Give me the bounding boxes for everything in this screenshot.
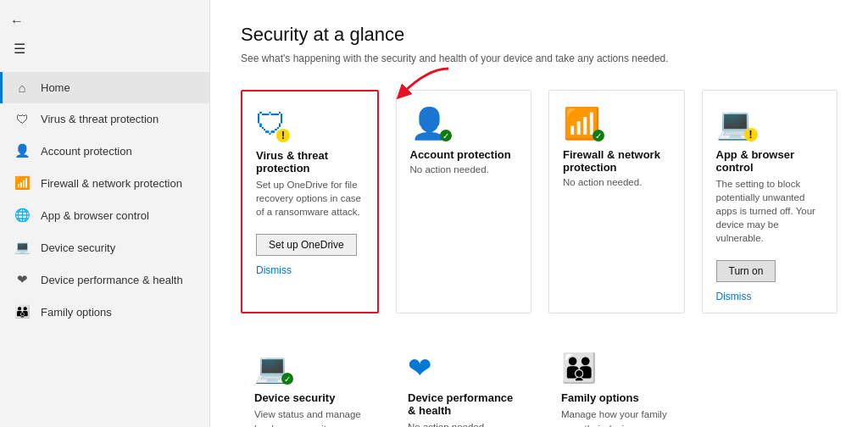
warning-badge-ab: ! (744, 128, 758, 141)
card-app-browser-desc: The setting to block potentially unwante… (716, 177, 824, 245)
family-options-icon: 👪 (561, 351, 597, 385)
monitor-warning-icon: 💻 ! (716, 106, 754, 141)
card-account-title: Account protection (410, 148, 518, 161)
app-browser-dismiss-link[interactable]: Dismiss (716, 291, 824, 302)
empty-spacer (701, 337, 837, 427)
check-badge-fw: ✓ (593, 130, 604, 141)
card-device-security-desc: View status and manage hardware security… (254, 408, 364, 427)
card-virus-title: Virus & threat protection (256, 149, 364, 175)
card-device-perf[interactable]: ❤ Device performance & health No action … (394, 337, 531, 427)
main-content: Security at a glance See what's happenin… (210, 0, 868, 427)
card-virus-threat[interactable]: 🛡 ! Virus & threat protection Set up One… (241, 90, 379, 313)
home-icon: ⌂ (14, 80, 31, 95)
sidebar-item-device-perf[interactable]: ❤ Device performance & health (0, 263, 209, 296)
page-subtitle: See what's happening with the security a… (241, 51, 837, 66)
laptop-icon: 💻 (14, 240, 31, 255)
app-browser-icon: 💻 ! (716, 106, 824, 141)
person-icon: 👤 (14, 143, 31, 158)
sidebar-item-family-label: Family options (41, 306, 112, 319)
device-security-icon: 💻 ✓ (254, 351, 290, 385)
cards-top-row: 🛡 ! Virus & threat protection Set up One… (241, 90, 837, 313)
check-badge-ds: ✓ (281, 373, 293, 385)
card-device-perf-desc: No action needed. (408, 420, 517, 427)
card-app-browser-title: App & browser control (716, 148, 824, 174)
person-check-icon: 👤 ✓ (410, 106, 448, 141)
sidebar-item-device-security-label: Device security (41, 241, 115, 254)
setup-onedrive-button[interactable]: Set up OneDrive (256, 234, 357, 256)
card-account-protection[interactable]: 👤 ✓ Account protection No action needed. (396, 90, 532, 313)
sidebar-item-account[interactable]: 👤 Account protection (0, 135, 209, 167)
sidebar-item-device-security[interactable]: 💻 Device security (0, 231, 209, 263)
sidebar-item-home[interactable]: ⌂ Home (0, 72, 209, 103)
wifi-check-icon: 📶 ✓ (563, 106, 601, 141)
card-device-security-title: Device security (254, 391, 364, 404)
back-button[interactable]: ← (10, 14, 24, 29)
virus-shield-icon: 🛡 ! (256, 107, 364, 142)
card-virus-desc: Set up OneDrive for file recovery option… (256, 178, 364, 219)
sidebar-item-virus[interactable]: 🛡 Virus & threat protection (0, 103, 209, 135)
hamburger-button[interactable]: ☰ (14, 41, 25, 57)
account-icon: 👤 ✓ (410, 106, 518, 141)
sidebar-item-virus-label: Virus & threat protection (41, 113, 159, 125)
sidebar-item-app-browser-label: App & browser control (41, 209, 149, 222)
arrow-container: 🛡 ! Virus & threat protection Set up One… (241, 90, 837, 313)
card-family-options-desc: Manage how your family uses their device… (561, 408, 670, 427)
sidebar-item-account-label: Account protection (41, 145, 132, 158)
card-family-options[interactable]: 👪 Family options Manage how your family … (548, 337, 684, 427)
cards-bottom-row: 💻 ✓ Device security View status and mana… (241, 337, 837, 427)
firewall-icon: 📶 ✓ (563, 106, 670, 141)
sidebar-nav: ⌂ Home 🛡 Virus & threat protection 👤 Acc… (0, 72, 209, 328)
sidebar-item-app-browser[interactable]: 🌐 App & browser control (0, 199, 209, 231)
turn-on-button[interactable]: Turn on (716, 260, 776, 282)
sidebar-item-device-perf-label: Device performance & health (41, 274, 183, 286)
device-perf-icon: ❤ (408, 351, 431, 385)
card-app-browser[interactable]: 💻 ! App & browser control The setting to… (702, 90, 838, 313)
wifi-icon: 📶 (14, 175, 31, 191)
sidebar-item-firewall-label: Firewall & network protection (41, 177, 182, 190)
card-device-security[interactable]: 💻 ✓ Device security View status and mana… (241, 337, 377, 427)
card-firewall-title: Firewall & network protection (563, 148, 670, 174)
heart-icon: ❤ (14, 272, 31, 287)
sidebar-item-family[interactable]: 👪 Family options (0, 296, 209, 328)
card-device-perf-title: Device performance & health (408, 391, 517, 417)
warning-badge: ! (276, 129, 290, 142)
family-icon: 👪 (14, 304, 31, 319)
card-account-status: No action needed. (410, 164, 518, 175)
globe-icon: 🌐 (14, 208, 31, 223)
card-family-options-title: Family options (561, 391, 670, 404)
card-firewall-status: No action needed. (563, 177, 670, 187)
check-badge: ✓ (440, 130, 452, 141)
sidebar-top: ← (0, 7, 209, 36)
sidebar: ← ☰ ⌂ Home 🛡 Virus & threat protection 👤… (0, 0, 210, 427)
shield-warning-icon: 🛡 ! (256, 107, 287, 142)
sidebar-item-home-label: Home (41, 81, 70, 94)
card-firewall[interactable]: 📶 ✓ Firewall & network protection No act… (548, 90, 685, 313)
page-title: Security at a glance (241, 24, 837, 46)
shield-icon: 🛡 (14, 112, 31, 126)
virus-dismiss-link[interactable]: Dismiss (256, 264, 364, 276)
sidebar-item-firewall[interactable]: 📶 Firewall & network protection (0, 167, 209, 199)
